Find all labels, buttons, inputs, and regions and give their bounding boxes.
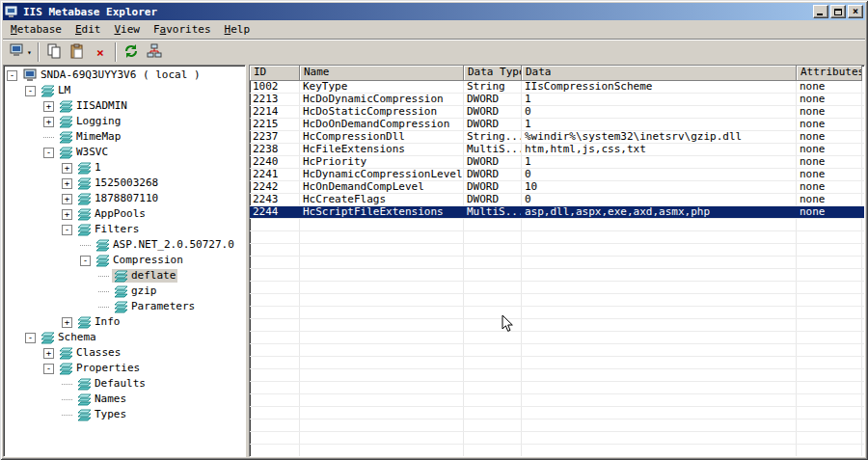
table-cell: DWORD <box>464 169 522 180</box>
table-cell: String... <box>464 131 522 143</box>
menu-item-edit[interactable]: Edit <box>68 21 108 38</box>
titlebar[interactable]: IIS Metabase Explorer × <box>3 3 865 20</box>
tree-item[interactable]: +1878807110 <box>4 191 245 206</box>
table-row[interactable]: 1002KeyTypeStringIIsCompressionSchemenon… <box>250 81 864 94</box>
refresh-button[interactable] <box>120 41 143 63</box>
tree-item-label: 1 <box>95 161 101 175</box>
tree-item[interactable]: Parameters <box>4 299 245 314</box>
list-body: 1002KeyTypeStringIIsCompressionSchemenon… <box>250 81 864 457</box>
table-cell <box>464 445 522 456</box>
menu-item-view[interactable]: View <box>107 21 147 38</box>
metabase-node-icon <box>59 100 73 113</box>
collapse-icon[interactable]: - <box>62 225 72 235</box>
close-button[interactable]: × <box>848 5 863 18</box>
table-row[interactable]: 2238HcFileExtensionsMultiS...htm,html,js… <box>250 144 864 156</box>
expand-icon[interactable]: + <box>43 117 54 127</box>
table-row-empty <box>250 269 864 282</box>
tree-item[interactable]: -Properties <box>4 361 245 376</box>
column-header-attributes[interactable]: Attributes <box>797 66 862 81</box>
menu-item-metabase[interactable]: Metabase <box>4 21 68 38</box>
table-row[interactable]: 2213HcDoDynamicCompressionDWORD1none <box>250 94 864 106</box>
maximize-button[interactable] <box>830 5 846 18</box>
tree-connector-line <box>62 415 72 416</box>
minimize-button[interactable] <box>813 5 828 18</box>
delete-button[interactable]: × <box>89 41 112 63</box>
tree-item[interactable]: deflate <box>4 268 245 284</box>
table-cell <box>464 357 522 368</box>
expand-icon[interactable]: + <box>43 101 54 112</box>
close-icon: × <box>853 7 858 16</box>
tree-item[interactable]: -SNDA-69Q3UYY3V6 ( local ) <box>4 68 245 83</box>
column-header-name[interactable]: Name <box>300 66 464 81</box>
expand-icon[interactable]: + <box>43 348 54 359</box>
table-cell: 2243 <box>250 194 300 205</box>
table-cell <box>250 269 300 281</box>
metabase-node-icon <box>77 208 92 221</box>
tree-item[interactable]: +1 <box>4 160 245 176</box>
menu-item-favorites[interactable]: Favorites <box>147 21 218 38</box>
table-row[interactable]: 2242HcOnDemandCompLevelDWORD10none <box>250 181 864 194</box>
tree-item[interactable]: Names <box>4 392 245 407</box>
table-cell: 1 <box>522 156 797 168</box>
tree-item-label: LM <box>58 84 70 97</box>
column-header-data-type[interactable]: Data Type <box>464 66 522 81</box>
tree-item-label: IISADMIN <box>76 99 127 113</box>
tree-item[interactable]: -Compression <box>4 253 245 268</box>
collapse-icon[interactable]: - <box>43 364 54 374</box>
tree-item[interactable]: Types <box>4 407 245 422</box>
table-cell <box>464 282 522 293</box>
tree-item[interactable]: -LM <box>4 83 245 98</box>
table-row[interactable]: 2240HcPriorityDWORD1none <box>250 156 864 169</box>
table-row[interactable]: 2243HcCreateFlagsDWORD0none <box>250 194 864 206</box>
table-row[interactable]: 2214HcDoStaticCompressionDWORD0none <box>250 106 864 119</box>
tree-item[interactable]: +Classes <box>4 345 245 361</box>
table-row[interactable]: 2241HcDynamicCompressionLevelDWORD0none <box>250 169 864 181</box>
column-header-id[interactable]: ID <box>250 66 300 81</box>
dropdown-arrow-icon: ▾ <box>27 48 32 57</box>
collapse-icon[interactable]: - <box>25 333 36 343</box>
network-button[interactable] <box>143 41 166 63</box>
collapse-icon[interactable]: - <box>43 148 54 158</box>
collapse-icon[interactable]: - <box>25 86 36 96</box>
tree-item[interactable]: +1525003268 <box>4 176 245 191</box>
tree-item[interactable]: -Filters <box>4 222 245 237</box>
tree-item[interactable]: -W3SVC <box>4 145 245 160</box>
table-cell <box>250 407 300 419</box>
table-cell <box>797 369 862 381</box>
table-row[interactable]: 2244HcScriptFileExtensionsMultiS...asp,d… <box>250 206 864 219</box>
paste-button[interactable] <box>66 41 89 63</box>
expand-icon[interactable]: + <box>62 178 72 189</box>
menu-item-help[interactable]: Help <box>218 21 258 38</box>
tree-item[interactable]: +Info <box>4 314 245 330</box>
tree-item[interactable]: Defaults <box>4 376 245 392</box>
table-cell <box>522 319 797 331</box>
table-cell: none <box>797 106 862 118</box>
table-cell: none <box>797 94 862 105</box>
connect-button[interactable]: ▾ <box>6 41 35 63</box>
expand-icon[interactable]: + <box>62 194 72 204</box>
tree-item[interactable]: -Schema <box>4 330 245 345</box>
table-cell: 0 <box>522 106 797 118</box>
expand-icon[interactable]: + <box>62 163 72 174</box>
table-cell <box>464 219 522 230</box>
collapse-icon[interactable]: - <box>7 70 17 81</box>
tree-item[interactable]: +AppPools <box>4 206 245 222</box>
tree-item[interactable]: +Logging <box>4 114 245 129</box>
tree-item[interactable]: ASP.NET_2.0.50727.0 <box>4 237 245 253</box>
expand-icon[interactable]: + <box>62 209 72 220</box>
tree-item[interactable]: +IISADMIN <box>4 98 245 114</box>
copy-button[interactable] <box>42 41 66 63</box>
expand-icon[interactable]: + <box>62 317 72 328</box>
toolbar-separator <box>115 42 117 62</box>
metabase-node-icon <box>41 85 55 97</box>
collapse-icon[interactable]: - <box>80 256 91 266</box>
column-header-data[interactable]: Data <box>522 66 797 81</box>
tree-item[interactable]: gzip <box>4 284 245 299</box>
table-row-empty <box>250 419 864 432</box>
table-cell <box>797 319 862 331</box>
table-cell <box>522 269 797 281</box>
table-row[interactable]: 2215HcDoOnDemandCompressionDWORD1none <box>250 119 864 131</box>
table-cell: DWORD <box>464 181 522 193</box>
table-row[interactable]: 2237HcCompressionDllString...%windir%\sy… <box>250 131 864 144</box>
tree-item[interactable]: MimeMap <box>4 129 245 145</box>
